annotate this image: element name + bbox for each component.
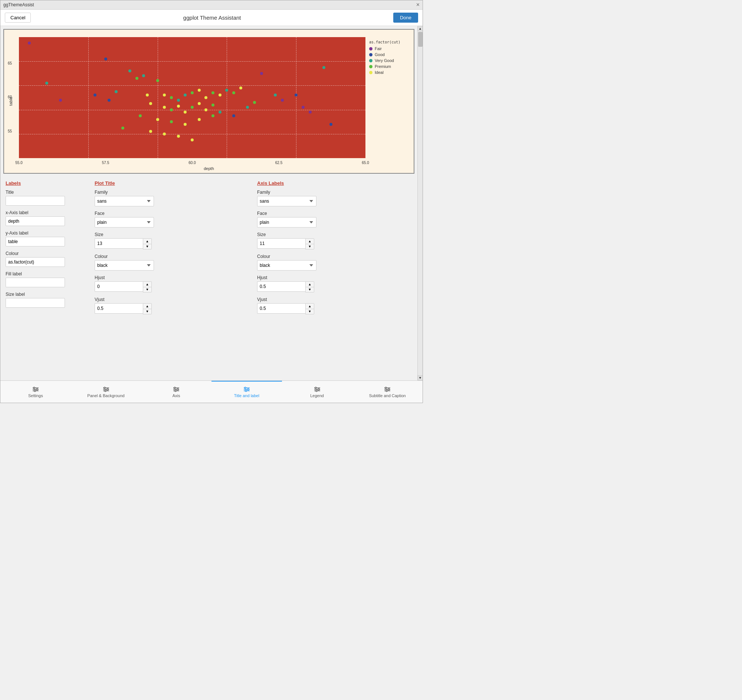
tab-panel-background[interactable]: Panel & Background	[71, 381, 141, 403]
dot	[205, 96, 208, 99]
dot	[115, 90, 118, 93]
pt-hjust-spinner: ▲ ▼	[94, 281, 154, 292]
close-button[interactable]: ×	[416, 2, 420, 8]
scrollbar-up[interactable]: ▲	[418, 26, 423, 31]
pt-face-select[interactable]: plain bold italic	[94, 217, 154, 227]
field-title: Title	[6, 190, 87, 206]
y-tick-55: 55	[8, 129, 12, 133]
x-tick-575: 57.5	[102, 161, 109, 165]
tab-title-label[interactable]: Title and label	[212, 381, 282, 403]
dot	[135, 77, 138, 80]
al-vjust-up[interactable]: ▲	[306, 304, 314, 309]
labels-section-title[interactable]: Labels	[6, 180, 87, 186]
bottom-tabs: Settings Panel & Background Axis Title a…	[0, 380, 423, 403]
field-x-axis: x-Axis label	[6, 210, 87, 226]
legend-icon	[314, 386, 321, 392]
al-size-up[interactable]: ▲	[306, 239, 314, 244]
al-face-select[interactable]: plain bold italic	[257, 217, 317, 227]
dot	[218, 94, 221, 96]
pt-vjust-spinner: ▲ ▼	[94, 303, 154, 314]
svg-point-10	[107, 389, 108, 390]
tab-subtitle-caption[interactable]: Subtitle and Caption	[352, 381, 423, 403]
field-y-axis-label: y-Axis label	[6, 230, 87, 236]
legend-title: as.factor(cut)	[369, 40, 411, 44]
plot-title-section-title[interactable]: Plot Title	[94, 180, 250, 186]
form-area: Labels Title x-Axis label y-Axis label	[0, 177, 417, 380]
svg-point-3	[33, 387, 35, 389]
al-vjust-down[interactable]: ▼	[306, 309, 314, 314]
y-tick-65: 65	[8, 61, 12, 65]
dot	[149, 102, 152, 105]
al-hjust-input[interactable]	[257, 281, 305, 292]
dot	[177, 105, 180, 108]
axis-labels-column: Axis Labels Family sans serif mono Face	[257, 180, 412, 319]
pt-hjust-input[interactable]	[94, 281, 143, 292]
pt-hjust-up[interactable]: ▲	[143, 282, 152, 287]
pt-vjust-input[interactable]	[94, 303, 143, 314]
legend-dot-verygood	[369, 59, 372, 62]
al-hjust-up[interactable]: ▲	[306, 282, 314, 287]
axis-icon	[172, 386, 180, 392]
grid-line-h3	[19, 110, 365, 110]
colour-input[interactable]	[6, 257, 65, 267]
al-hjust-down[interactable]: ▼	[306, 287, 314, 292]
tab-legend[interactable]: Legend	[282, 381, 352, 403]
pt-size-up[interactable]: ▲	[143, 239, 152, 244]
legend-label-premium: Premium	[375, 64, 391, 69]
pt-size-input[interactable]	[94, 238, 143, 249]
svg-point-5	[34, 390, 35, 392]
tab-title-label-text: Title and label	[234, 393, 259, 398]
dot	[104, 57, 107, 60]
pt-colour-select[interactable]: black white red	[94, 260, 154, 271]
x-axis-input[interactable]	[6, 217, 65, 226]
axis-labels-section-title[interactable]: Axis Labels	[257, 180, 412, 186]
cancel-button[interactable]: Cancel	[5, 13, 31, 23]
field-colour: Colour	[6, 251, 87, 267]
tab-axis[interactable]: Axis	[141, 381, 212, 403]
panel-icon	[102, 386, 110, 392]
legend-dot-good	[369, 53, 372, 56]
pt-vjust-up[interactable]: ▲	[143, 304, 152, 309]
legend-item-premium: Premium	[369, 64, 411, 69]
dot	[239, 87, 242, 90]
dot	[59, 99, 62, 102]
al-vjust-input[interactable]	[257, 303, 305, 314]
al-size-field: Size ▲ ▼	[257, 232, 412, 249]
dot	[232, 91, 235, 94]
pt-vjust-down[interactable]: ▼	[143, 309, 152, 314]
tab-settings[interactable]: Settings	[0, 381, 71, 403]
pt-colour-label: Colour	[94, 254, 250, 259]
dot	[142, 74, 145, 77]
al-family-select[interactable]: sans serif mono	[257, 196, 317, 206]
svg-point-34	[388, 389, 390, 390]
grid-line-v3	[227, 37, 227, 158]
done-button[interactable]: Done	[393, 13, 418, 23]
dot	[218, 111, 221, 113]
dot	[184, 123, 187, 126]
pt-size-down[interactable]: ▼	[143, 244, 152, 249]
dot	[294, 94, 297, 96]
title-input[interactable]	[6, 196, 65, 206]
dot	[177, 99, 180, 102]
scrollbar-down[interactable]: ▼	[418, 375, 423, 380]
dot	[198, 118, 201, 121]
scrollbar-thumb[interactable]	[418, 32, 423, 47]
y-axis-input[interactable]	[6, 237, 65, 246]
plot-area: table depth 65 60 55	[3, 29, 414, 174]
fill-input[interactable]	[6, 278, 65, 287]
dot	[107, 99, 110, 102]
dialog-title: ggplot Theme Assistant	[31, 15, 393, 21]
tab-panel-label: Panel & Background	[87, 393, 124, 398]
main-window: ggThemeAssist × Cancel ggplot Theme Assi…	[0, 0, 423, 403]
al-family-label: Family	[257, 190, 412, 195]
al-colour-field: Colour black white red	[257, 254, 412, 271]
pt-hjust-down[interactable]: ▼	[143, 287, 152, 292]
size-input[interactable]	[6, 298, 65, 308]
al-size-down[interactable]: ▼	[306, 244, 314, 249]
svg-point-15	[174, 387, 175, 389]
al-colour-select[interactable]: black white red	[257, 260, 317, 271]
pt-family-select[interactable]: sans serif mono	[94, 196, 154, 206]
al-size-input[interactable]	[257, 238, 305, 249]
pt-colour-field: Colour black white red	[94, 254, 250, 271]
al-hjust-field: Hjust ▲ ▼	[257, 275, 412, 292]
